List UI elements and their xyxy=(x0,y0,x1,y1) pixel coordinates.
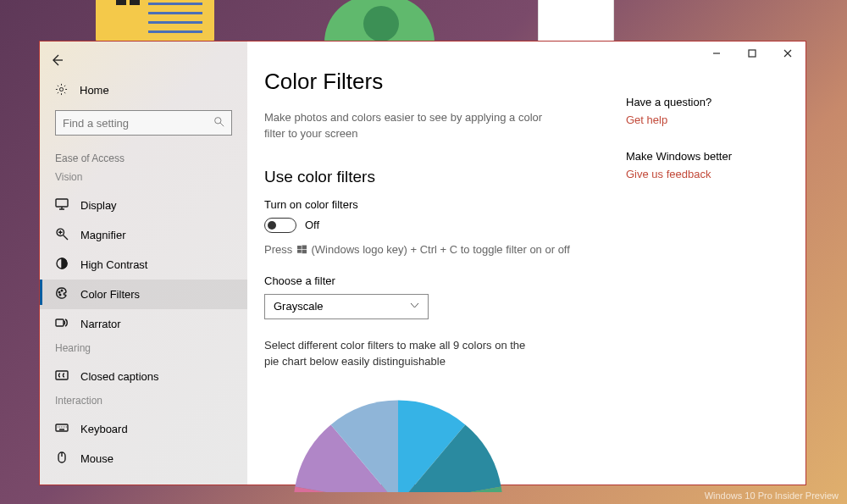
svg-rect-16 xyxy=(302,249,307,253)
svg-rect-15 xyxy=(297,249,302,252)
svg-rect-12 xyxy=(749,50,756,57)
svg-point-6 xyxy=(61,290,63,291)
gear-icon xyxy=(55,83,68,98)
desktop-background xyxy=(0,0,847,42)
sidebar: Home Find a setting Ease of Access Visio… xyxy=(40,42,247,485)
home-button[interactable]: Home xyxy=(40,75,247,105)
sidebar-item-label: Color Filters xyxy=(80,288,140,301)
give-feedback-link[interactable]: Give us feedback xyxy=(626,168,789,180)
svg-point-1 xyxy=(215,118,221,124)
section-title: Use color filters xyxy=(264,168,602,186)
svg-rect-8 xyxy=(56,319,64,326)
page-title: Color Filters xyxy=(264,69,602,95)
choose-filter-label: Choose a filter xyxy=(264,274,602,287)
group-header-vision: Vision xyxy=(40,168,247,191)
sidebar-item-display[interactable]: Display xyxy=(40,191,247,220)
pie-chart-preview xyxy=(288,395,508,492)
dropdown-value: Grayscale xyxy=(274,300,324,313)
magnifier-icon xyxy=(55,227,69,243)
svg-rect-14 xyxy=(302,245,307,249)
toggle-label: Turn on color filters xyxy=(264,198,602,211)
sidebar-item-narrator[interactable]: Narrator xyxy=(40,309,247,339)
group-header-interaction: Interaction xyxy=(40,391,247,414)
svg-rect-13 xyxy=(297,246,302,249)
contrast-icon xyxy=(55,257,69,273)
close-button[interactable] xyxy=(770,42,805,65)
watermark: Windows 10 Pro Insider Preview xyxy=(705,490,839,501)
help-header: Have a question? xyxy=(626,96,789,108)
sidebar-item-color-filters[interactable]: Color Filters xyxy=(40,280,247,309)
maximize-button[interactable] xyxy=(734,42,770,65)
monitor-icon xyxy=(55,197,69,213)
filter-dropdown[interactable]: Grayscale xyxy=(264,294,429,319)
sidebar-item-label: Magnifier xyxy=(80,229,125,241)
svg-point-7 xyxy=(59,294,61,296)
sidebar-item-label: High Contrast xyxy=(80,258,147,271)
cc-icon xyxy=(55,368,69,385)
svg-rect-9 xyxy=(56,371,68,379)
sidebar-item-label: Closed captions xyxy=(80,370,159,383)
sidebar-item-label: Display xyxy=(80,199,117,212)
content: Color Filters Make photos and colors eas… xyxy=(247,42,619,485)
search-placeholder: Find a setting xyxy=(63,117,129,130)
sidebar-item-label: Mouse xyxy=(80,452,113,465)
color-filters-toggle[interactable] xyxy=(264,218,296,233)
home-label: Home xyxy=(80,84,109,97)
desktop-icon xyxy=(96,0,214,42)
narrator-icon xyxy=(55,316,69,332)
sidebar-item-label: Narrator xyxy=(80,318,121,330)
titlebar xyxy=(699,42,805,65)
desktop-icon xyxy=(538,0,614,42)
sidebar-item-mouse[interactable]: Mouse xyxy=(40,444,247,474)
mouse-icon xyxy=(55,451,69,467)
category-header: Ease of Access xyxy=(40,144,247,168)
minimize-button[interactable] xyxy=(699,42,734,65)
page-subtitle: Make photos and colors easier to see by … xyxy=(264,110,552,142)
get-help-link[interactable]: Get help xyxy=(626,114,789,126)
svg-point-5 xyxy=(58,291,60,293)
right-panel: Have a question? Get help Make Windows b… xyxy=(619,42,805,485)
svg-rect-2 xyxy=(56,199,68,207)
desktop-icon xyxy=(324,0,435,42)
windows-logo-icon xyxy=(296,243,308,256)
svg-rect-10 xyxy=(56,424,68,431)
back-button[interactable] xyxy=(42,45,72,75)
keyboard-icon xyxy=(55,421,69,437)
toggle-state: Off xyxy=(305,219,319,231)
group-header-hearing: Hearing xyxy=(40,339,247,362)
sidebar-item-magnifier[interactable]: Magnifier xyxy=(40,220,247,250)
svg-point-0 xyxy=(59,87,63,91)
settings-window: Home Find a setting Ease of Access Visio… xyxy=(39,41,806,485)
sidebar-item-label: Keyboard xyxy=(80,423,128,435)
sidebar-item-keyboard[interactable]: Keyboard xyxy=(40,414,247,444)
search-input[interactable]: Find a setting xyxy=(55,110,232,136)
feedback-header: Make Windows better xyxy=(626,150,789,163)
main-panel: Color Filters Make photos and colors eas… xyxy=(247,42,805,485)
chevron-down-icon xyxy=(410,300,419,313)
palette-icon xyxy=(55,286,69,302)
shortcut-hint: Press (Windows logo key) + Ctrl + C to t… xyxy=(264,243,602,256)
sidebar-item-high-contrast[interactable]: High Contrast xyxy=(40,250,247,280)
search-icon xyxy=(213,116,224,130)
filter-description: Select different color filters to make a… xyxy=(264,338,527,370)
sidebar-item-closed-captions[interactable]: Closed captions xyxy=(40,362,247,391)
